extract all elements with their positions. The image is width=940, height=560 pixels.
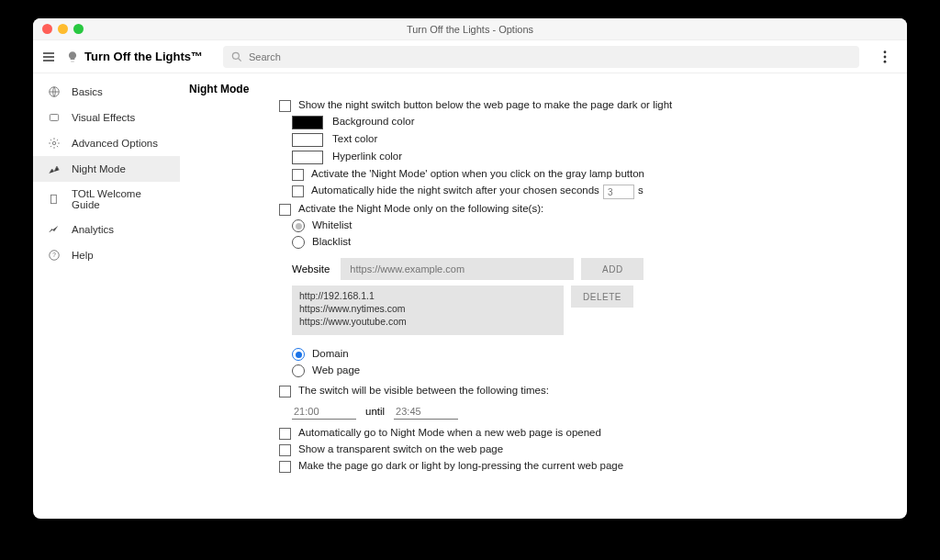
label-gray-lamp: Activate the 'Night Mode' option when yo…: [311, 168, 644, 179]
checkbox-only-sites[interactable]: [279, 204, 291, 216]
row-auto-hide: Automatically hide the night switch afte…: [189, 185, 889, 199]
row-show-switch: Show the night switch button below the w…: [189, 99, 889, 112]
row-text-color: Text color: [189, 133, 889, 147]
swatch-bg-color[interactable]: [292, 116, 323, 129]
label-auto-night: Automatically go to Night Mode when a ne…: [298, 427, 601, 438]
label-auto-hide-suffix: s: [638, 185, 643, 196]
row-blacklist: Blacklist: [189, 236, 889, 249]
label-only-sites: Activate the Night Mode only on the foll…: [298, 203, 543, 214]
label-website: Website: [292, 263, 330, 274]
row-whitelist: Whitelist: [189, 219, 889, 232]
label-show-switch: Show the night switch button below the w…: [298, 99, 672, 110]
search-input[interactable]: [249, 51, 852, 62]
label-until: until: [365, 406, 385, 417]
label-longpress: Make the page go dark or light by long-p…: [298, 460, 623, 471]
label-transparent: Show a transparent switch on the web pag…: [298, 443, 503, 454]
sidebar-item-label: Help: [72, 250, 94, 261]
sidebar: Basics Visual Effects Advanced Options N…: [33, 73, 180, 519]
row-visible-times: The switch will be visible between the f…: [189, 385, 889, 398]
hamburger-icon: [41, 50, 56, 64]
label-visible-times: The switch will be visible between the f…: [298, 385, 549, 396]
checkbox-auto-night[interactable]: [279, 428, 291, 440]
row-times: until: [292, 403, 889, 420]
checkbox-longpress[interactable]: [279, 461, 291, 473]
sidebar-item-visual-effects[interactable]: Visual Effects: [33, 105, 180, 130]
svg-rect-7: [51, 195, 57, 203]
input-website[interactable]: [341, 258, 574, 280]
delete-button[interactable]: DELETE: [571, 286, 633, 308]
topbar: Turn Off the Lights™: [33, 40, 907, 73]
checkbox-show-switch[interactable]: [279, 100, 291, 112]
svg-point-3: [884, 60, 887, 62]
gear-icon: [48, 137, 61, 150]
svg-text:?: ?: [52, 252, 56, 258]
menu-button[interactable]: [39, 47, 59, 67]
effects-icon: [48, 111, 61, 124]
radio-domain[interactable]: [292, 348, 305, 361]
label-bg-color: Background color: [332, 116, 415, 127]
site-list[interactable]: http://192.168.1.1 https://www.nytimes.c…: [292, 286, 564, 335]
swatch-text-color[interactable]: [292, 133, 323, 147]
row-domain: Domain: [189, 348, 889, 361]
radio-whitelist[interactable]: [292, 219, 305, 232]
sidebar-item-label: TOtL Welcome Guide: [72, 188, 169, 210]
radio-blacklist[interactable]: [292, 236, 305, 249]
label-hyperlink-color: Hyperlink color: [332, 151, 402, 162]
sidebar-item-night-mode[interactable]: Night Mode: [33, 156, 180, 182]
add-button[interactable]: ADD: [581, 258, 643, 280]
label-blacklist: Blacklist: [312, 236, 351, 247]
row-site-list: http://192.168.1.1 https://www.nytimes.c…: [292, 286, 889, 335]
svg-rect-5: [50, 115, 58, 121]
row-auto-night: Automatically go to Night Mode when a ne…: [189, 427, 889, 440]
section-title: Night Mode: [189, 83, 889, 95]
checkbox-auto-hide[interactable]: [292, 185, 304, 197]
input-time-from[interactable]: [292, 403, 356, 420]
search-field-wrap[interactable]: [223, 46, 859, 68]
label-webpage: Web page: [312, 364, 360, 375]
checkbox-transparent[interactable]: [279, 444, 291, 456]
input-time-to[interactable]: [394, 403, 458, 420]
row-longpress: Make the page go dark or light by long-p…: [189, 460, 889, 473]
search-icon: [230, 50, 243, 63]
brand: Turn Off the Lights™: [66, 50, 203, 63]
label-whitelist: Whitelist: [312, 219, 352, 230]
row-webpage: Web page: [189, 364, 889, 377]
label-domain: Domain: [312, 348, 349, 359]
sidebar-item-advanced[interactable]: Advanced Options: [33, 130, 180, 156]
svg-point-0: [232, 52, 239, 59]
sidebar-item-help[interactable]: ? Help: [33, 242, 180, 268]
book-icon: [48, 193, 61, 206]
sidebar-item-basics[interactable]: Basics: [33, 79, 180, 105]
label-auto-hide-prefix: Automatically hide the night switch afte…: [311, 185, 599, 196]
body: Basics Visual Effects Advanced Options N…: [33, 73, 907, 519]
input-auto-hide-seconds[interactable]: [603, 185, 634, 199]
row-website-input: Website ADD: [292, 258, 889, 280]
sidebar-item-label: Night Mode: [72, 163, 126, 174]
help-icon: ?: [48, 249, 61, 262]
row-only-sites: Activate the Night Mode only on the foll…: [189, 203, 889, 216]
svg-point-6: [52, 141, 56, 145]
row-bg-color: Background color: [189, 116, 889, 129]
sidebar-item-analytics[interactable]: Analytics: [33, 217, 180, 242]
checkbox-visible-times[interactable]: [279, 386, 291, 398]
sidebar-item-welcome-guide[interactable]: TOtL Welcome Guide: [33, 182, 180, 217]
more-button[interactable]: [874, 46, 896, 68]
sidebar-item-label: Analytics: [72, 224, 114, 235]
sidebar-item-label: Advanced Options: [72, 138, 158, 149]
svg-point-2: [884, 55, 887, 58]
radio-webpage[interactable]: [292, 364, 305, 377]
analytics-icon: [48, 223, 61, 236]
row-hyperlink-color: Hyperlink color: [189, 151, 889, 164]
more-vertical-icon: [883, 50, 887, 63]
titlebar: Turn Off the Lights - Options: [33, 18, 907, 40]
chart-icon: [48, 162, 61, 175]
sidebar-item-label: Basics: [72, 86, 103, 97]
checkbox-gray-lamp[interactable]: [292, 169, 304, 181]
row-gray-lamp: Activate the 'Night Mode' option when yo…: [189, 168, 889, 181]
lightbulb-icon: [66, 50, 79, 63]
label-text-color: Text color: [332, 133, 377, 144]
swatch-hyperlink-color[interactable]: [292, 151, 323, 164]
window-title: Turn Off the Lights - Options: [33, 24, 907, 35]
globe-icon: [48, 85, 61, 98]
row-transparent-switch: Show a transparent switch on the web pag…: [189, 443, 889, 456]
